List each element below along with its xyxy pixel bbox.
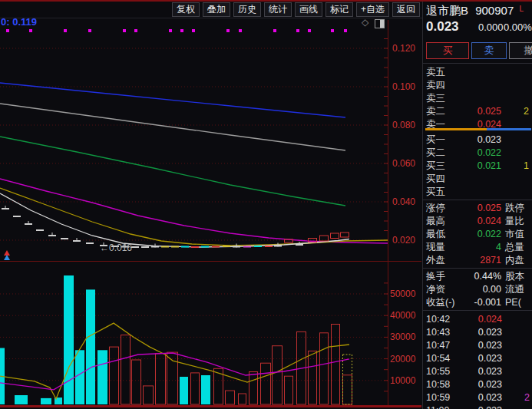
tick-price: 0.023	[478, 404, 502, 409]
divider	[423, 63, 532, 64]
tick-time: 10:42	[426, 313, 450, 326]
volume-tick-label: 40000	[390, 310, 416, 321]
ma-line-yellow	[0, 188, 388, 246]
stat-label: 外盘	[426, 254, 445, 267]
candle-up-hollow	[320, 236, 329, 241]
stat-value: 0.022	[477, 228, 501, 241]
buy-button[interactable]: 买	[426, 42, 469, 59]
event-dot	[134, 29, 137, 32]
ma-line-gray	[0, 104, 345, 150]
bid-row-1[interactable]: 买一0.023	[423, 134, 532, 147]
bid-label: 买一	[426, 134, 445, 147]
bid-row-3[interactable]: 买三0.0211	[423, 160, 532, 173]
stat-label2: PE(	[505, 296, 521, 309]
tick-time: 10:54	[426, 352, 450, 365]
tick-row: 10:430.023	[423, 326, 532, 339]
quote-panel: 退市鹏B 900907 L 0.023 0.000 0.00% 买 卖 撤 卖五…	[422, 2, 532, 409]
sell-button[interactable]: 卖	[471, 42, 507, 59]
volume-bar-down	[75, 350, 84, 404]
volume-bar-up	[110, 347, 119, 404]
stat-label2: 股本	[505, 270, 524, 283]
marker-blue-triangle	[4, 255, 10, 260]
volume-bar-up	[249, 372, 258, 405]
event-dot	[192, 29, 195, 32]
event-dot	[344, 29, 347, 32]
bid-price: 0.022	[477, 147, 501, 160]
tick-row: 10:540.023	[423, 352, 532, 365]
ask-row-3[interactable]: 卖三	[423, 92, 532, 105]
ask-row-2[interactable]: 卖二0.0252	[423, 105, 532, 118]
stat-row-cur-vol: 现量4总量	[423, 241, 532, 254]
bid-label: 买五	[426, 186, 445, 199]
price-volume-chart[interactable]: 0.1200.1000.0800.0600.0400.0205000040000…	[0, 0, 421, 409]
volume-bar-up	[332, 325, 340, 405]
stat-row-turnover: 换手0.44%股本	[423, 270, 532, 283]
tick-time: 11:00	[426, 404, 449, 409]
split-window-icon[interactable]	[375, 19, 385, 28]
diamond-marker-icon[interactable]: ◇	[362, 18, 368, 27]
price-tick-label: 0.080	[392, 120, 415, 130]
bid-row-4[interactable]: 买四	[423, 173, 532, 186]
candle-up-hollow	[331, 233, 339, 239]
bid-ask-ratio-bar	[425, 128, 531, 130]
stat-label2: 量比	[505, 215, 524, 228]
volume-bar-up	[261, 363, 271, 404]
volume-bar-down	[64, 275, 74, 404]
divider	[423, 200, 532, 200]
bid-qty: 1	[524, 160, 529, 173]
stat-label: 净资	[426, 283, 445, 296]
volume-bar-up	[156, 354, 166, 404]
tick-time: 10:43	[426, 326, 450, 339]
bid-label: 买四	[426, 173, 445, 186]
tick-price: 0.023	[478, 391, 502, 404]
stock-code: 900907	[475, 4, 514, 17]
stat-label: 换手	[426, 270, 445, 283]
stat-value: 0.025	[477, 202, 501, 215]
marker-red-triangle	[4, 250, 10, 256]
volume-bar-up	[343, 375, 352, 404]
ask-price: 0.025	[477, 105, 501, 118]
stat-label2: 市值	[505, 228, 524, 241]
bid-row-5[interactable]: 买五	[423, 186, 532, 199]
tick-row: 11:000.023	[423, 404, 532, 409]
stat-value: 0.024	[477, 215, 501, 228]
stat-value: 0.00	[483, 283, 501, 296]
ask-label: 卖二	[426, 105, 445, 118]
bid-price: 0.021	[477, 160, 501, 173]
event-dot	[273, 29, 276, 32]
tick-price: 0.023	[478, 378, 502, 391]
stat-value: 0.44%	[474, 270, 501, 283]
ask-row-5[interactable]: 卖五	[423, 66, 532, 79]
volume-tick-label: 50000	[390, 289, 416, 299]
cancel-order-button[interactable]: 撤	[509, 42, 532, 59]
event-dot	[29, 29, 32, 32]
candle-up-hollow	[341, 233, 349, 237]
price-tick-label: 0.020	[392, 235, 415, 246]
stock-name: 退市鹏B	[426, 4, 468, 17]
volume-bar-up	[239, 394, 246, 404]
event-dot	[6, 29, 9, 32]
stat-row-limit-up: 涨停0.025跌停	[423, 202, 532, 215]
stat-row-low: 最低0.022市值	[423, 228, 532, 241]
event-dot	[226, 29, 230, 32]
stat-label: 最高	[426, 215, 445, 228]
divider	[423, 310, 532, 311]
ask-row-4[interactable]: 卖四	[423, 79, 532, 92]
tick-price: 0.023	[478, 339, 502, 352]
tick-price: 0.023	[478, 352, 502, 365]
event-dot	[64, 29, 67, 32]
ma-line-blue	[0, 83, 345, 117]
stat-row-high: 最高0.024量比	[423, 215, 532, 228]
tick-time: 10:55	[426, 365, 450, 378]
volume-bar-down	[15, 395, 28, 404]
stat-label2: 内盘	[505, 254, 524, 267]
tick-price: 0.024	[478, 313, 502, 326]
bid-row-2[interactable]: 买二0.022	[423, 147, 532, 160]
ask-label: 卖三	[426, 92, 445, 105]
stat-label2: 流通	[505, 283, 524, 296]
event-dot	[169, 29, 172, 32]
ma-line-magenta	[0, 179, 388, 243]
tick-price: 0.023	[478, 365, 502, 378]
volume-bar-up	[226, 391, 235, 404]
volume-bar-down	[86, 289, 95, 404]
